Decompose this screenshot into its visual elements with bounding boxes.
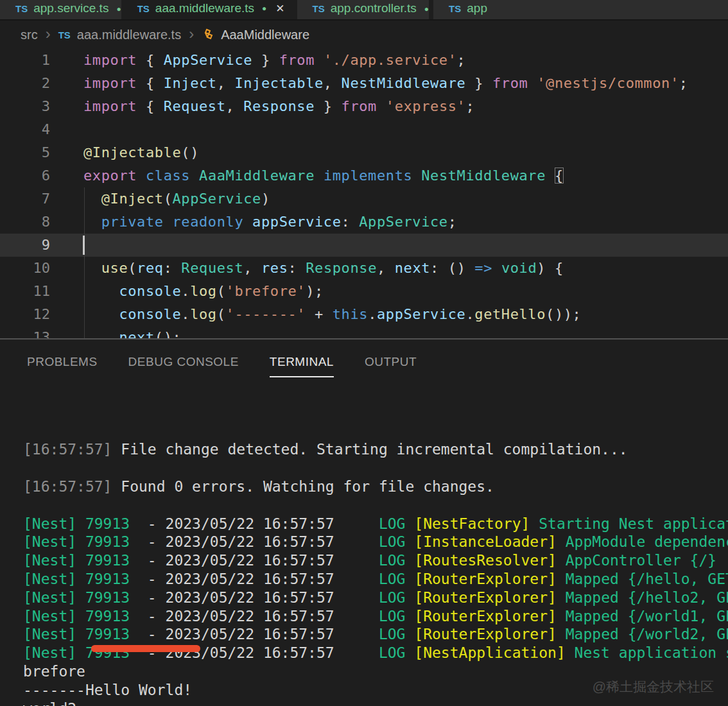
- token: );: [306, 283, 324, 299]
- line-number: 9: [0, 234, 50, 257]
- token: import: [83, 98, 137, 114]
- code-text: import { Inject, Injectable, NestMiddlew…: [50, 72, 688, 95]
- token: log: [190, 283, 217, 299]
- code-line: 5@Injectable(): [0, 141, 728, 164]
- terminal-line: [Nest] 79913 - 2023/05/22 16:57:57 LOG […: [23, 625, 728, 644]
- close-icon[interactable]: ✕: [275, 2, 284, 15]
- token: [190, 168, 199, 184]
- terminal-text: [334, 515, 379, 532]
- terminal-text: [405, 608, 414, 624]
- token: Inject: [164, 75, 217, 91]
- panel-tab-debug-console[interactable]: DEBUG CONSOLE: [128, 355, 239, 369]
- code-text: [50, 118, 83, 141]
- breadcrumb: src › TS aaa.middleware.ts › AaaMiddlewa…: [0, 21, 728, 49]
- token: [164, 214, 173, 230]
- editor-tab-app.service.ts[interactable]: TSapp.service.ts●: [0, 0, 122, 21]
- terminal-text: Nest application successfully started: [566, 644, 728, 661]
- editor-tab-app.controller.ts[interactable]: TSapp.controller.ts●: [297, 0, 430, 21]
- code-line: 4: [0, 118, 728, 141]
- breadcrumb-folder[interactable]: src: [21, 28, 38, 42]
- token: AppService: [164, 52, 252, 68]
- token: [83, 306, 119, 322]
- panel-tab-bar: PROBLEMSDEBUG CONSOLETERMINALOUTPUT: [0, 340, 728, 384]
- terminal-line: [Nest] 79913 - 2023/05/22 16:57:57 LOG […: [23, 533, 728, 551]
- token: Request: [164, 98, 226, 114]
- editor-tab-app[interactable]: TSapp: [433, 0, 728, 21]
- panel-tab-problems[interactable]: PROBLEMS: [27, 355, 98, 369]
- terminal-text: [Nest] 79913: [23, 515, 130, 532]
- token: [83, 260, 101, 276]
- breadcrumb-symbol[interactable]: AaaMiddleware: [221, 28, 309, 42]
- editor-tab-bar: TSapp.service.ts●TSaaa.middleware.ts●✕TS…: [0, 0, 728, 21]
- typescript-file-icon: TS: [58, 30, 71, 40]
- terminal-line: [Nest] 79913 - 2023/05/22 16:57:57 LOG […: [23, 515, 728, 533]
- typescript-file-icon: TS: [137, 3, 150, 14]
- terminal-text: Found 0 errors. Watching for file change…: [112, 478, 494, 495]
- modified-dot-icon: ●: [116, 4, 121, 13]
- terminal-text: LOG: [379, 589, 406, 606]
- token: getHello: [474, 306, 546, 322]
- code-line: 13 next();: [0, 326, 728, 338]
- token: './app.service': [324, 52, 457, 68]
- panel-tab-terminal[interactable]: TERMINAL: [270, 355, 334, 369]
- terminal-text: [405, 552, 414, 569]
- terminal-output[interactable]: [16:57:57] File change detected. Startin…: [23, 385, 728, 706]
- terminal-line: [Nest] 79913 - 2023/05/22 16:57:57 LOG […: [23, 589, 728, 607]
- code-text: console.log('-------' + this.appService.…: [50, 303, 581, 326]
- token: [83, 191, 101, 207]
- code-line: 9: [0, 234, 728, 257]
- terminal-text: [405, 589, 414, 606]
- terminal-line: [Nest] 79913 - 2023/05/22 16:57:57 LOG […: [23, 570, 728, 589]
- terminal-text: LOG: [379, 644, 406, 661]
- line-number: 10: [0, 257, 50, 280]
- token: {: [137, 52, 164, 68]
- token: (: [164, 191, 173, 207]
- token: .: [368, 306, 377, 322]
- terminal-text: [RouterExplorer]: [414, 608, 557, 624]
- terminal-line: [Nest] 79913 - 2023/05/22 16:57:57 LOG […: [23, 607, 728, 626]
- token: (: [128, 260, 137, 276]
- token: Response: [243, 98, 315, 114]
- code-text: export class AaaMiddleware implements Ne…: [50, 164, 564, 187]
- token: console: [119, 306, 181, 322]
- terminal-text: [Nest] 79913: [23, 626, 130, 642]
- line-number: 13: [0, 326, 50, 338]
- terminal-text: File change detected. Starting increment…: [112, 441, 627, 458]
- tab-label: aaa.middleware.ts: [155, 1, 254, 15]
- token: ,: [377, 260, 395, 276]
- terminal-text: - 2023/05/22 16:57:57: [130, 589, 334, 606]
- editor-tab-aaa.middleware.ts[interactable]: TSaaa.middleware.ts●✕: [122, 0, 297, 21]
- breadcrumb-file[interactable]: aaa.middleware.ts: [77, 28, 181, 42]
- code-text: import { AppService } from './app.servic…: [50, 49, 465, 72]
- token: (: [217, 283, 226, 299]
- class-symbol-icon: [202, 28, 216, 42]
- terminal-text: Mapped {/world2, GET} route: [557, 626, 728, 642]
- terminal-text: [RouterExplorer]: [414, 571, 557, 587]
- token: class: [146, 168, 190, 184]
- line-number: 12: [0, 303, 50, 326]
- code-editor[interactable]: 1import { AppService } from './app.servi…: [0, 49, 728, 338]
- terminal-text: Mapped {/world1, GET} route: [557, 608, 728, 624]
- terminal-text: [334, 644, 379, 661]
- terminal-text: Mapped {/hello, GET} route: [557, 571, 728, 587]
- terminal-text: [Nest] 79913: [23, 608, 130, 624]
- token: .: [181, 306, 190, 322]
- code-line: 1import { AppService } from './app.servi…: [0, 49, 728, 72]
- terminal-text: brefore: [23, 663, 85, 680]
- terminal-text: LOG: [379, 626, 406, 642]
- panel-tab-output[interactable]: OUTPUT: [365, 355, 417, 369]
- line-number: 4: [0, 118, 50, 141]
- line-number: 3: [0, 95, 50, 118]
- token: export: [83, 168, 137, 184]
- token: ());: [546, 306, 581, 322]
- token: +: [306, 306, 333, 322]
- token: Request: [181, 260, 243, 276]
- token: NestMiddleware: [421, 168, 546, 184]
- terminal-text: -------Hello World!: [23, 682, 192, 698]
- token: .: [181, 283, 190, 299]
- terminal-text: [334, 608, 379, 624]
- terminal-text: LOG: [379, 608, 406, 624]
- line-number: 8: [0, 211, 50, 234]
- code-text: console.log('brefore');: [50, 280, 324, 303]
- token: ,: [243, 260, 261, 276]
